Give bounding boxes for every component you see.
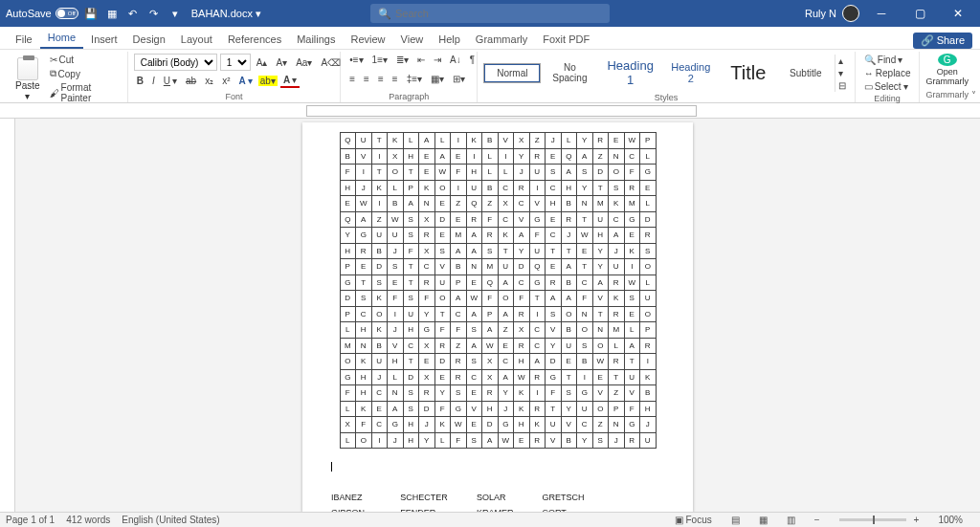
style-subtitle[interactable]: Subtitle [777,63,835,83]
highlight-button[interactable]: ab▾ [258,76,278,86]
find-button[interactable]: 🔍 Find ▾ [861,54,914,66]
ruler-horizontal[interactable] [0,103,980,119]
web-layout-button[interactable]: ▥ [787,515,795,525]
strike-button[interactable]: ab [183,75,199,87]
styles-up-button[interactable]: ▴ [835,55,849,67]
tab-home[interactable]: Home [40,28,83,49]
minimize-button[interactable]: ─ [865,0,898,27]
line-spacing-button[interactable]: ‡≡▾ [404,73,425,85]
align-left-button[interactable]: ≡ [346,73,358,85]
avatar[interactable] [842,5,859,22]
grow-font-button[interactable]: A▴ [254,56,271,69]
print-layout-button[interactable]: ▤ [731,515,740,525]
open-grammarly-button[interactable]: OpenGrammarly [925,68,969,87]
align-right-button[interactable]: ≡ [375,73,387,85]
canvas[interactable]: QUTKLALIKBVXZJLYREWPBVIXHEAEILIYREQAZNCL… [15,119,980,512]
styles-down-button[interactable]: ▾ [835,67,849,79]
shrink-font-button[interactable]: A▾ [273,56,290,69]
qat-icon[interactable]: ▦ [103,5,121,22]
tab-help[interactable]: Help [431,30,468,49]
tab-file[interactable]: File [8,30,40,49]
autosave-toggle[interactable]: Off [56,8,78,19]
justify-button[interactable]: ≡ [390,73,401,85]
grid-cell: A [403,196,419,212]
multilevel-button[interactable]: ≣▾ [393,54,412,66]
tab-mailings[interactable]: Mailings [289,30,343,49]
status-page[interactable]: Page 1 of 1 [6,515,55,525]
change-case-button[interactable]: Aa▾ [293,56,315,69]
replace-button[interactable]: ↔ Replace [861,67,914,79]
style-normal[interactable]: Normal [483,63,541,83]
status-bar: Page 1 of 1 412 words English (United St… [0,512,980,527]
tab-grammarly[interactable]: Grammarly [468,30,535,49]
show-marks-button[interactable]: ¶ [467,54,478,66]
tab-design[interactable]: Design [125,30,173,49]
save-icon[interactable]: 💾 [82,5,100,22]
tab-layout[interactable]: Layout [173,30,220,49]
qat-more-icon[interactable]: ▾ [167,5,184,22]
focus-mode-button[interactable]: ▣ Focus [675,515,712,525]
style-no-spacing[interactable]: No Spacing [541,57,598,88]
grammarly-icon[interactable]: G [938,54,957,66]
zoom-out-button[interactable]: − [814,515,820,525]
bold-button[interactable]: B [134,75,146,87]
search-input[interactable] [395,8,587,19]
style-title[interactable]: Title [720,57,777,89]
shading-button[interactable]: ▦▾ [428,73,447,85]
sort-button[interactable]: A↓ [447,54,464,66]
borders-button[interactable]: ⊞▾ [450,73,468,85]
user-name[interactable]: Ruly N [805,8,836,19]
styles-more-button[interactable]: ⊟ [835,79,849,92]
close-button[interactable]: ✕ [942,0,974,27]
grid-cell: E [434,369,451,385]
copy-button[interactable]: ⧉ Copy [47,67,122,80]
cut-button[interactable]: ✂ Cut [47,54,122,66]
decrease-indent-button[interactable]: ⇤ [414,54,428,66]
font-size-select[interactable]: 11 [220,54,251,71]
share-button[interactable]: 🔗 Share [913,33,972,49]
zoom-in-button[interactable]: + [914,515,920,525]
ruler-vertical[interactable] [0,119,15,512]
font-name-select[interactable]: Calibri (Body) [134,54,217,71]
zoom-slider[interactable] [839,518,906,521]
grid-cell: A [561,259,577,275]
read-mode-button[interactable]: ▦ [759,515,768,525]
text-effects-button[interactable]: A▾ [236,75,256,87]
align-center-button[interactable]: ≡ [361,73,372,85]
tab-insert[interactable]: Insert [83,30,125,49]
tab-view[interactable]: View [393,30,432,49]
text-cursor [331,462,332,472]
tab-references[interactable]: References [220,30,289,49]
format-painter-button[interactable]: 🖌 Format Painter [47,81,122,104]
font-color-button[interactable]: A▾ [280,74,300,88]
increase-indent-button[interactable]: ⇥ [431,54,444,66]
superscript-button[interactable]: x² [219,75,233,87]
underline-button[interactable]: U▾ [161,75,180,87]
tab-review[interactable]: Review [344,30,393,49]
tab-foxit[interactable]: Foxit PDF [535,30,597,49]
grid-cell: K [371,180,388,196]
style-heading2[interactable]: Heading 2 [662,56,720,89]
search-box[interactable]: 🔍 [370,4,610,23]
bullets-button[interactable]: •≡▾ [346,54,366,66]
numbering-button[interactable]: 1≡▾ [369,54,390,66]
zoom-level[interactable]: 100% [938,515,963,525]
grid-cell: F [388,291,404,307]
grid-cell: F [403,243,419,259]
document-name[interactable]: BAHAN.docx ▾ [191,8,261,20]
redo-icon[interactable]: ↷ [145,5,163,22]
maximize-button[interactable]: ▢ [903,0,936,27]
status-words[interactable]: 412 words [66,515,110,525]
collapse-ribbon-button[interactable]: ˅ [971,90,976,100]
paste-button[interactable]: Paste▾ [11,55,44,103]
group-editing: 🔍 Find ▾ ↔ Replace ▭ Select ▾ Editing [856,52,921,102]
subscript-button[interactable]: x₂ [202,75,216,87]
grid-cell: U [640,432,657,449]
style-heading1[interactable]: Heading 1 [598,54,661,92]
clear-format-button[interactable]: A⌫ [318,56,344,69]
status-language[interactable]: English (United States) [122,515,219,525]
italic-button[interactable]: I [149,75,158,87]
grid-cell: L [388,369,404,385]
undo-icon[interactable]: ↶ [124,5,142,22]
select-button[interactable]: ▭ Select ▾ [861,80,914,93]
